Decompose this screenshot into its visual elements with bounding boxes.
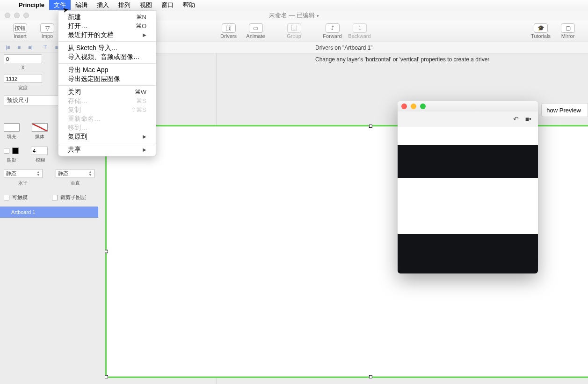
preview-close-icon[interactable] <box>401 103 407 109</box>
toolbar-animate[interactable]: ▭ Animate <box>242 21 269 42</box>
app-name[interactable]: Principle <box>14 1 49 8</box>
menu-item-存储…: 存储…⌘S <box>58 96 156 105</box>
toolbar-backward: ⤵ Backward <box>346 21 373 42</box>
x-input[interactable] <box>4 54 42 63</box>
menu-item-打开…[interactable]: 打开…⌘O <box>58 22 156 30</box>
shadow-color[interactable] <box>12 148 19 154</box>
file-menu-dropdown: 新建⌘N打开…⌘O最近打开的文档▶从 Sketch 导入…导入视频、音频或图像…… <box>58 10 156 156</box>
preview-stripe-1 <box>398 145 538 178</box>
fill-label: 填充 <box>4 133 20 140</box>
menu-item-复制: 复制⇧⌘S <box>58 105 156 114</box>
toolbar-group: ⿺ Group <box>281 21 308 42</box>
toolbar-tutorials[interactable]: 🎓 Tutorials <box>527 21 554 42</box>
fill-swatch[interactable] <box>4 123 20 132</box>
group-icon: ⿺ <box>287 23 301 33</box>
handle-tm[interactable] <box>369 125 372 128</box>
preview-body[interactable] <box>398 126 538 273</box>
preview-stripe-2 <box>398 234 538 273</box>
layer-artboard-1[interactable]: Artboard 1 <box>0 207 98 218</box>
clip-label: 裁剪子图层 <box>60 194 86 201</box>
touchable-checkbox[interactable] <box>4 195 9 200</box>
zoom-window-icon[interactable] <box>23 13 29 18</box>
record-icon[interactable]: ■• <box>525 115 531 123</box>
shadow-label: 阴影 <box>4 157 20 163</box>
menu-item-共享[interactable]: 共享▶ <box>58 145 156 154</box>
v-scroll-label: 垂直 <box>56 180 94 186</box>
menu-insert[interactable]: 插入 <box>92 0 114 10</box>
preview-titlebar[interactable] <box>398 101 538 111</box>
mirror-icon: ▢ <box>561 23 575 33</box>
menu-separator <box>58 63 156 64</box>
handle-ml[interactable] <box>105 250 108 253</box>
v-scroll-select[interactable]: 静态▲▼ <box>56 169 94 178</box>
menu-separator <box>58 41 156 42</box>
menu-item-从 Sketch 导入…[interactable]: 从 Sketch 导入… <box>58 44 156 52</box>
align-right-icon[interactable]: ≡| <box>26 44 35 51</box>
preview-minimize-icon[interactable] <box>411 103 416 109</box>
h-scroll-label: 水平 <box>4 180 43 186</box>
width-label: 宽度 <box>4 85 42 91</box>
traffic-lights[interactable] <box>5 13 29 18</box>
undo-icon[interactable]: ↶ <box>513 115 519 123</box>
menu-edit[interactable]: 编辑 <box>71 0 92 10</box>
align-center-icon[interactable]: ≡ <box>15 44 23 51</box>
media-label: 媒体 <box>32 133 48 140</box>
preview-toolbar: ↶ ■• <box>398 111 538 126</box>
insert-icon: 按钮 <box>13 23 27 33</box>
toolbar-import[interactable]: ▽ Impo <box>34 21 61 42</box>
handle-bm[interactable] <box>369 375 372 378</box>
show-preview-button[interactable]: how Preview <box>541 103 588 117</box>
menubar: Principle 文件 编辑 插入 排列 视图 窗口 帮助 <box>0 0 588 10</box>
chevron-down-icon[interactable]: ▾ <box>317 14 319 18</box>
menu-item-新建[interactable]: 新建⌘N <box>58 13 156 22</box>
minimize-window-icon[interactable] <box>14 13 20 18</box>
menu-arrange[interactable]: 排列 <box>114 0 135 10</box>
menu-file[interactable]: 文件 <box>49 0 71 10</box>
menu-separator <box>58 85 156 86</box>
align-top-icon[interactable]: ⊤ <box>41 44 50 51</box>
touchable-label: 可触摸 <box>12 194 28 201</box>
toolbar-drivers[interactable]: ⿲ Drivers <box>215 21 242 42</box>
menu-item-重新命名…: 重新命名… <box>58 114 156 123</box>
preview-window[interactable]: ↶ ■• <box>398 101 538 273</box>
menu-item-导出选定图层图像[interactable]: 导出选定图层图像 <box>58 74 156 83</box>
menu-separator <box>58 143 156 143</box>
preview-zoom-icon[interactable] <box>420 103 426 109</box>
backward-icon: ⤵ <box>353 23 367 33</box>
drivers-icon: ⿲ <box>222 23 236 33</box>
menu-item-关闭[interactable]: 关闭⌘W <box>58 88 156 96</box>
import-icon: ▽ <box>40 23 54 33</box>
shadow-checkbox[interactable] <box>4 148 9 154</box>
menu-item-复原到[interactable]: 复原到▶ <box>58 132 156 141</box>
menu-item-最近打开的文档[interactable]: 最近打开的文档▶ <box>58 30 156 39</box>
menu-view[interactable]: 视图 <box>135 0 157 10</box>
menu-item-导入视频、音频或图像…[interactable]: 导入视频、音频或图像… <box>58 52 156 61</box>
h-scroll-select[interactable]: 静态▲▼ <box>4 169 43 178</box>
menu-window[interactable]: 窗口 <box>157 0 178 10</box>
menu-item-导出 Mac App[interactable]: 导出 Mac App <box>58 66 156 74</box>
forward-icon: ⤴ <box>326 23 340 33</box>
drivers-title: Drivers on "Artboard 1" <box>98 42 588 53</box>
align-left-icon[interactable]: |≡ <box>4 44 12 51</box>
width-input[interactable] <box>4 74 42 83</box>
toolbar-forward[interactable]: ⤴ Forward <box>319 21 346 42</box>
media-swatch[interactable] <box>32 123 48 132</box>
drivers-hint: Change any layer's 'horizontal' or 'vert… <box>98 53 588 63</box>
tutorials-icon: 🎓 <box>534 23 548 33</box>
handle-bl[interactable] <box>105 375 108 378</box>
toolbar-mirror[interactable]: ▢ Mirror <box>554 21 581 42</box>
x-label: X <box>4 65 42 70</box>
blur-input[interactable] <box>31 147 48 155</box>
animate-icon: ▭ <box>249 23 263 33</box>
menu-item-移到…: 移到… <box>58 123 156 132</box>
menu-help[interactable]: 帮助 <box>178 0 200 10</box>
blur-label: 模糊 <box>32 157 49 163</box>
close-window-icon[interactable] <box>5 13 10 18</box>
clip-checkbox[interactable] <box>52 195 58 200</box>
toolbar-insert[interactable]: 按钮 Insert <box>7 21 34 42</box>
